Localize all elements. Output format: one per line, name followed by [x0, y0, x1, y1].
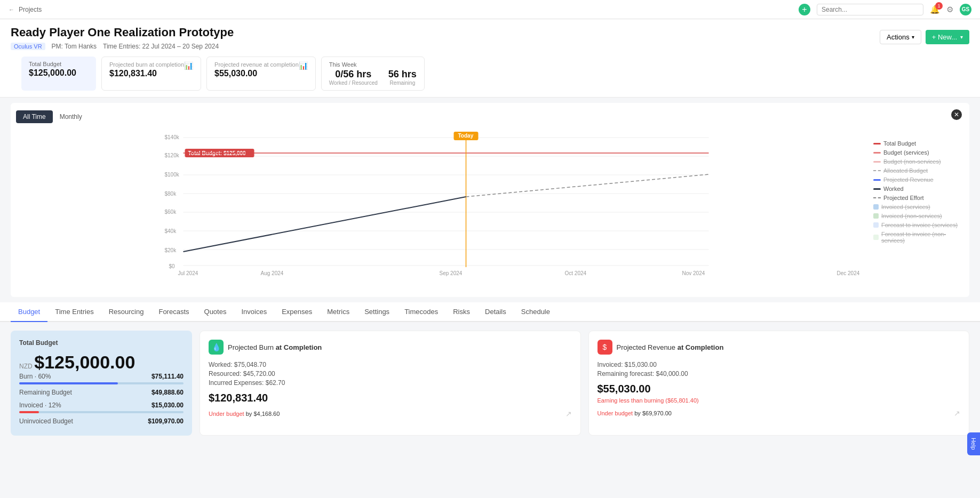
tab-details[interactable]: Details [477, 302, 514, 322]
burn-progress-fill [19, 382, 118, 384]
budget-amount: $125,000.00 [34, 352, 135, 372]
tab-invoices[interactable]: Invoices [234, 302, 274, 322]
new-top-button[interactable]: + [799, 4, 810, 15]
currency-label: NZD [19, 363, 33, 370]
invoiced-progress-bg [19, 411, 184, 413]
invoiced-value: $15,030.00 [152, 401, 184, 409]
legend-worked: Worked [873, 186, 964, 192]
burn-share-icon[interactable]: ↗ [565, 409, 572, 418]
tab-timecodes[interactable]: Timecodes [397, 302, 445, 322]
burn-icon: 💧 [209, 340, 224, 355]
revenue-total-amount: $55,030.00 [597, 383, 961, 395]
notification-icon[interactable]: 🔔 1 [930, 5, 940, 14]
revenue-invoiced: Invoiced: $15,030.00 [597, 361, 961, 368]
tab-quotes[interactable]: Quotes [197, 302, 234, 322]
top-nav: ← Projects + 🔔 1 ⚙ GS [0, 0, 980, 19]
nav-breadcrumb: ← Projects [9, 6, 42, 13]
tab-resourcing[interactable]: Resourcing [101, 302, 152, 322]
svg-text:Jul 2024: Jul 2024 [178, 270, 198, 276]
actions-label: Actions [887, 33, 910, 41]
revenue-footer: Under budget by $69,970.00 ↗ [597, 409, 961, 417]
page-meta: Oculus VR PM: Tom Hanks Time Entries: 22… [11, 43, 234, 50]
revenue-chart-icon: 📊 [299, 61, 308, 70]
chart-tabs: All Time Monthly [16, 110, 964, 123]
tab-alltime[interactable]: All Time [16, 110, 53, 123]
budget-currency-amount: NZD $125,000.00 [19, 352, 184, 373]
search-input[interactable] [817, 4, 923, 15]
invoiced-row: Invoiced · 12% $15,030.00 [19, 401, 184, 409]
notification-badge: 1 [935, 2, 943, 10]
uninvoiced-label: Uninvoiced Budget [19, 417, 73, 425]
help-icon[interactable]: ⚙ [946, 5, 953, 14]
total-budget-stat: Total Budget $125,000.00 [21, 57, 96, 91]
actions-chevron-icon: ▾ [912, 34, 914, 40]
legend-projected-revenue: Projected Revenue [873, 176, 964, 183]
burn-status-amount: by $4,168.60 [246, 411, 280, 417]
week-details: 0/56 hrs Worked / Resourced 56 hrs Remai… [329, 69, 417, 86]
earning-less-notice: Earning less than burning ($65,801.40) [597, 397, 961, 404]
projected-revenue-stat: Projected revenue at completion 📊 $55,03… [206, 57, 316, 91]
tab-risks[interactable]: Risks [445, 302, 477, 322]
tab-time-entries[interactable]: Time Entries [47, 302, 101, 322]
nav-actions: + 🔔 1 ⚙ GS [799, 4, 971, 15]
new-button[interactable]: + New... ▾ [926, 30, 969, 44]
projected-burn-value: $120,831.40 [109, 69, 193, 78]
svg-text:Oct 2024: Oct 2024 [565, 270, 587, 276]
project-tag[interactable]: Oculus VR [11, 43, 45, 50]
burn-progress-bg [19, 382, 184, 384]
legend-total-budget: Total Budget [873, 140, 964, 147]
avatar[interactable]: GS [960, 4, 971, 15]
legend-invoiced-non-services: Invoiced (non-services) [873, 213, 964, 219]
total-budget-card: Total Budget NZD $125,000.00 Burn · 60% … [11, 331, 192, 436]
svg-text:Today: Today [458, 133, 474, 139]
svg-text:Aug 2024: Aug 2024 [261, 270, 284, 276]
revenue-forecast: Remaining forecast: $40,000.00 [597, 370, 961, 377]
burn-resourced: Resourced: $45,720.00 [209, 370, 572, 377]
budget-card-title: Total Budget [19, 339, 184, 347]
remaining-value: $49,888.60 [152, 389, 184, 396]
burn-worked: Worked: $75,048.70 [209, 361, 572, 368]
svg-text:$0: $0 [169, 263, 176, 269]
svg-text:$120k: $120k [165, 152, 180, 158]
tab-settings[interactable]: Settings [357, 302, 397, 322]
legend-budget-non-services: Budget (non-services) [873, 158, 964, 165]
legend-budget-services: Budget (services) [873, 149, 964, 156]
close-chart-button[interactable]: ✕ [951, 109, 962, 120]
time-entries-range: Time Entries: 22 Jul 2024 – 20 Sep 2024 [103, 43, 219, 50]
tab-monthly[interactable]: Monthly [53, 110, 89, 123]
revenue-share-icon[interactable]: ↗ [954, 409, 960, 417]
projected-burn-label: Projected burn at completion 📊 [109, 61, 193, 68]
projected-burn-title: Projected Burn at Completion [228, 343, 322, 351]
burn-chart-icon: 📊 [184, 61, 193, 70]
svg-text:Sep 2024: Sep 2024 [440, 270, 463, 276]
tab-metrics[interactable]: Metrics [320, 302, 357, 322]
svg-text:$20k: $20k [165, 247, 177, 253]
stats-row: Total Budget $125,000.00 Projected burn … [11, 57, 969, 97]
tab-expenses[interactable]: Expenses [274, 302, 320, 322]
help-button[interactable]: Help [967, 432, 980, 444]
projects-link[interactable]: Projects [19, 6, 42, 13]
burn-status-label: Under budget [209, 411, 244, 417]
back-arrow-icon[interactable]: ← [9, 6, 14, 13]
projected-burn-card: 💧 Projected Burn at Completion Worked: $… [200, 331, 581, 436]
page-title: Ready Player One Realization Prototype [11, 26, 234, 39]
chart-container: All Time Monthly ✕ $140k $120k $100k $80… [11, 103, 969, 297]
uninvoiced-row: Uninvoiced Budget $109,970.00 [19, 417, 184, 425]
svg-text:$100k: $100k [165, 172, 180, 178]
this-week-label: This Week [329, 61, 417, 68]
projected-revenue-label: Projected revenue at completion 📊 [214, 61, 308, 68]
worked-hours: 0/56 hrs Worked / Resourced [329, 69, 378, 86]
chart-area: $140k $120k $100k $80k $60k $40k $20k $0 [16, 130, 964, 290]
legend-forecast-non-services: Forecast to invoice (non-services) [873, 231, 964, 244]
projected-revenue-title: Projected Revenue at Completion [617, 343, 724, 351]
tab-budget[interactable]: Budget [11, 302, 47, 322]
svg-text:$80k: $80k [165, 191, 177, 197]
tab-schedule[interactable]: Schedule [514, 302, 557, 322]
revenue-icon: $ [597, 340, 612, 355]
main-tabs: Budget Time Entries Resourcing Forecasts… [0, 302, 980, 322]
this-week-stat: This Week 0/56 hrs Worked / Resourced 56… [321, 57, 425, 91]
svg-text:$140k: $140k [165, 134, 180, 140]
tab-forecasts[interactable]: Forecasts [151, 302, 196, 322]
actions-button[interactable]: Actions ▾ [880, 30, 921, 44]
chart-svg: $140k $120k $100k $80k $60k $40k $20k $0 [16, 130, 868, 279]
